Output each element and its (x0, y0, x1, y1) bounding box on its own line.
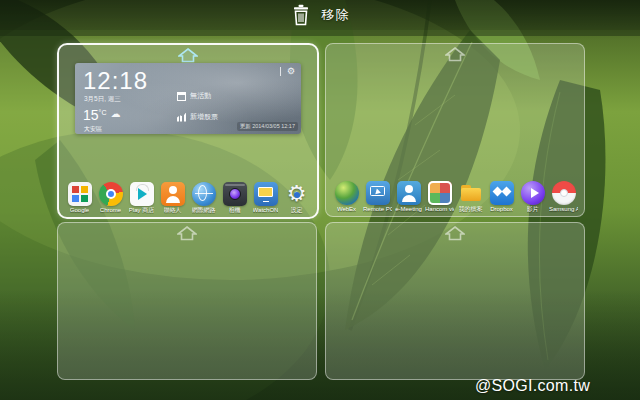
app-chrome[interactable]: Chrome (96, 182, 125, 214)
app-label: 設定 (291, 207, 303, 214)
my-files-icon (459, 181, 483, 205)
app-label: Samsung Apps (549, 206, 578, 213)
e-meeting-icon (397, 181, 421, 205)
app-contacts[interactable]: 聯絡人 (158, 182, 187, 214)
widget-temp-unit: °C (99, 109, 107, 116)
home-indicator-icon[interactable] (177, 226, 197, 241)
remove-label: 移除 (322, 6, 350, 24)
watermark: @SOGI.com.tw (475, 377, 590, 395)
app-label: Dropbox (490, 206, 513, 213)
clock-weather-widget[interactable]: 12:18 3月5日, 週三 15 °C ☁ 大安區 ●上午 05:36 多雲 … (75, 63, 301, 134)
home-panel-3[interactable] (57, 222, 317, 380)
video-icon (521, 181, 545, 205)
app-video[interactable]: 影片 (518, 181, 547, 213)
app-samsung-apps[interactable]: Samsung Apps (549, 181, 578, 213)
app-label: Hancom viewer (425, 206, 454, 213)
app-google-folder[interactable]: Google (65, 182, 94, 214)
cloud-icon: ☁ (110, 108, 120, 120)
app-row-panel-1: GoogleChromePlay 商店聯絡人網際網路相機WatchON設定 (65, 182, 311, 214)
app-row-panel-2: WebExRemote PCe-MeetingHancom viewer我的檔案… (332, 181, 578, 213)
app-watchon[interactable]: WatchON (251, 182, 280, 214)
app-remote-pc[interactable]: Remote PC (363, 181, 392, 213)
app-hancom-viewer[interactable]: Hancom viewer (425, 181, 454, 213)
chrome-icon (99, 182, 123, 206)
app-label: Google (70, 207, 89, 214)
home-panel-1[interactable]: 12:18 3月5日, 週三 15 °C ☁ 大安區 ●上午 05:36 多雲 … (57, 43, 319, 219)
app-camera[interactable]: 相機 (220, 182, 249, 214)
trash-icon (291, 4, 311, 26)
app-label: e-Meeting (395, 206, 422, 213)
home-panel-2[interactable]: WebExRemote PCe-MeetingHancom viewer我的檔案… (325, 43, 585, 217)
app-settings[interactable]: 設定 (282, 182, 311, 214)
app-play-store[interactable]: Play 商店 (127, 182, 156, 214)
app-my-files[interactable]: 我的檔案 (456, 181, 485, 213)
app-label: WatchON (253, 207, 279, 214)
internet-icon (192, 182, 216, 206)
widget-stocks-shortcut[interactable]: 新增股票 (177, 112, 218, 122)
contacts-icon (161, 182, 185, 206)
play-store-icon (130, 182, 154, 206)
calendar-icon (177, 92, 186, 101)
widget-clock-time: 12:18 (83, 69, 301, 93)
remove-drop-bar[interactable]: 移除 (0, 0, 640, 30)
samsung-apps-icon (552, 181, 576, 205)
camera-icon (223, 182, 247, 206)
google-folder-icon (68, 182, 92, 206)
app-label: 相機 (229, 207, 241, 214)
app-label: 聯絡人 (164, 207, 182, 214)
widget-calendar-shortcut[interactable]: 無活動 (177, 91, 218, 101)
app-label: WebEx (337, 206, 356, 213)
webex-icon (335, 181, 359, 205)
dropbox-icon (490, 181, 514, 205)
home-indicator-icon[interactable] (445, 47, 465, 62)
app-label: Remote PC (363, 206, 392, 213)
hancom-viewer-icon (428, 181, 452, 205)
app-dropbox[interactable]: Dropbox (487, 181, 516, 213)
watchon-icon (254, 182, 278, 206)
app-label: 我的檔案 (459, 206, 483, 213)
no-events-label: 無活動 (190, 91, 211, 101)
stock-chart-icon (177, 113, 186, 122)
widget-temperature: 15 (83, 108, 99, 122)
app-webex[interactable]: WebEx (332, 181, 361, 213)
home-panel-4[interactable] (325, 222, 585, 380)
app-e-meeting[interactable]: e-Meeting (394, 181, 423, 213)
widget-divider (280, 67, 281, 76)
app-label: Play 商店 (129, 207, 154, 214)
app-label: 網際網路 (192, 207, 216, 214)
remote-pc-icon (366, 181, 390, 205)
tablet-home-edit-screen: 移除 12:18 3月5日, 週三 15 °C ☁ 大安區 ●上午 05:36 … (0, 0, 640, 400)
settings-icon (285, 182, 309, 206)
widget-settings-icon[interactable]: ⚙ (287, 67, 295, 76)
add-stocks-label: 新增股票 (190, 112, 218, 122)
home-indicator-icon[interactable] (445, 226, 465, 241)
app-label: Chrome (100, 207, 121, 214)
home-indicator-icon[interactable] (178, 48, 198, 63)
app-internet[interactable]: 網際網路 (189, 182, 218, 214)
widget-updated-timestamp: 更新 2014/03/05 12:17 (237, 122, 298, 131)
app-label: 影片 (527, 206, 539, 213)
